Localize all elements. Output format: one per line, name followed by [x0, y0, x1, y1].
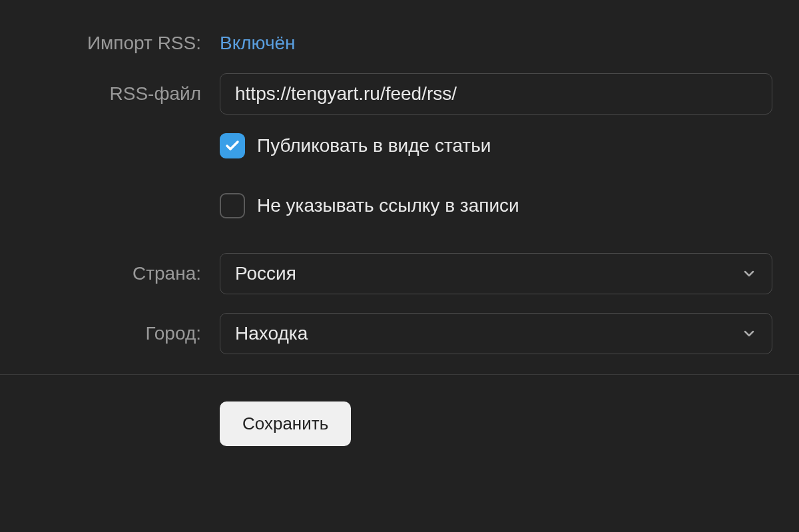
- country-row: Страна: Россия: [0, 253, 799, 294]
- rss-import-row: Импорт RSS: Включён: [0, 32, 799, 55]
- publish-option-row: Публиковать в виде статьи: [0, 133, 799, 174]
- save-button[interactable]: Сохранить: [220, 401, 351, 446]
- city-label: Город:: [0, 322, 220, 345]
- city-value: Находка: [235, 323, 308, 344]
- section-divider: [0, 374, 799, 375]
- rss-file-row: RSS-файл: [0, 73, 799, 115]
- no-link-option-row: Не указывать ссылку в записи: [0, 193, 799, 234]
- no-link-checkbox[interactable]: [220, 193, 245, 218]
- rss-file-label: RSS-файл: [0, 83, 220, 105]
- rss-import-status[interactable]: Включён: [220, 33, 296, 54]
- publish-as-article-checkbox[interactable]: [220, 133, 245, 158]
- actions-row: Сохранить: [0, 401, 799, 446]
- publish-as-article-label[interactable]: Публиковать в виде статьи: [257, 135, 491, 156]
- settings-form: Импорт RSS: Включён RSS-файл Публиковать…: [0, 0, 799, 446]
- city-row: Город: Находка: [0, 313, 799, 354]
- country-label: Страна:: [0, 262, 220, 285]
- country-select[interactable]: Россия: [220, 253, 772, 294]
- rss-import-label: Импорт RSS:: [0, 32, 220, 55]
- check-icon: [224, 138, 240, 154]
- rss-file-input[interactable]: [220, 73, 772, 115]
- city-select[interactable]: Находка: [220, 313, 772, 354]
- country-value: Россия: [235, 263, 296, 284]
- chevron-down-icon: [741, 266, 757, 282]
- no-link-label[interactable]: Не указывать ссылку в записи: [257, 195, 519, 216]
- chevron-down-icon: [741, 326, 757, 342]
